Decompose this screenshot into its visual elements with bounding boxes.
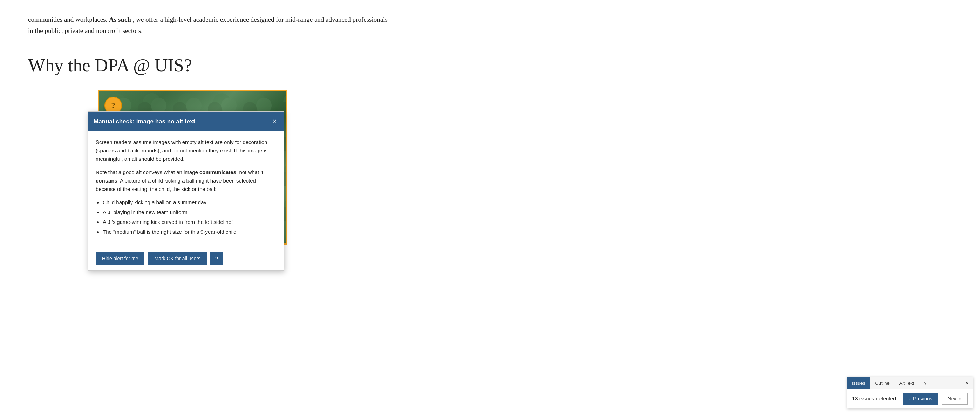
body-p2-bold1: communicates [199, 169, 236, 175]
page-content: communities and workplaces. As such , we… [0, 0, 421, 318]
modal-close-button[interactable]: × [271, 118, 278, 124]
mark-ok-button[interactable]: Mark OK for all users [148, 252, 207, 265]
list-item: A.J.'s game-winning kick curved in from … [103, 218, 276, 226]
modal: Manual check: image has no alt text × Sc… [88, 111, 284, 271]
body-p2-bold2: contains [96, 178, 118, 184]
list-item: The "medium" ball is the right size for … [103, 228, 276, 236]
modal-list: Child happily kicking a ball on a summer… [103, 198, 276, 236]
list-item: Child happily kicking a ball on a summer… [103, 198, 276, 207]
section-heading: Why the DPA @ UIS? [28, 51, 393, 80]
intro-bold: As such [109, 16, 131, 23]
list-item: A.J. playing in the new team uniform [103, 208, 276, 216]
hide-alert-button[interactable]: Hide alert for me [96, 252, 145, 265]
modal-body: Screen readers assume images with empty … [88, 131, 283, 248]
modal-body-p1: Screen readers assume images with empty … [96, 138, 276, 163]
intro-paragraph: communities and workplaces. As such , we… [28, 14, 393, 37]
modal-title: Manual check: image has no alt text [94, 117, 195, 126]
modal-overlay: Manual check: image has no alt text × Sc… [88, 111, 284, 271]
modal-body-p2: Note that a good alt conveys what an ima… [96, 168, 276, 194]
body-p2-prefix: Note that a good alt conveys what an ima… [96, 169, 199, 175]
modal-header: Manual check: image has no alt text × [88, 112, 283, 131]
intro-text-before: communities and workplaces. [28, 16, 107, 23]
modal-footer: Hide alert for me Mark OK for all users … [88, 248, 283, 270]
image-area: ? Manual check: image has no alt text × … [98, 90, 287, 244]
body-p2-suffix: . A picture of a child kicking a ball mi… [96, 178, 256, 192]
modal-question-button[interactable]: ? [210, 252, 223, 265]
body-p2-middle: , not what it [236, 169, 263, 175]
